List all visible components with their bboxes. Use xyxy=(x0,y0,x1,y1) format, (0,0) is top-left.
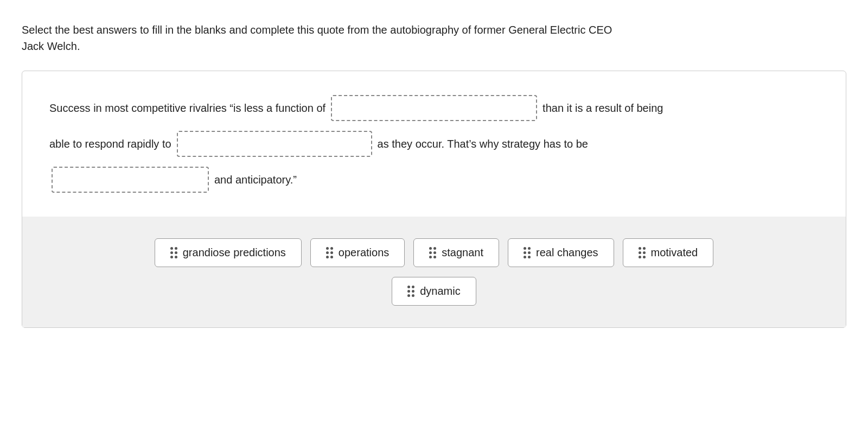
quote-line-1: Success in most competitive rivalries “i… xyxy=(49,93,819,123)
drag-icon xyxy=(407,286,414,297)
answer-label-grandiose-predictions: grandiose predictions xyxy=(183,246,286,259)
drag-icon xyxy=(326,247,333,258)
main-card: Success in most competitive rivalries “i… xyxy=(22,71,846,328)
quote-area: Success in most competitive rivalries “i… xyxy=(22,71,846,217)
answer-tile-motivated[interactable]: motivated xyxy=(623,238,714,267)
answer-label-stagnant: stagnant xyxy=(442,246,483,259)
quote-line-3: and anticipatory.” xyxy=(49,164,819,195)
blank-2[interactable] xyxy=(177,131,372,157)
answer-label-dynamic: dynamic xyxy=(420,285,460,298)
quote-segment-1: Success in most competitive rivalries “i… xyxy=(49,93,326,123)
answer-tile-operations[interactable]: operations xyxy=(310,238,405,267)
blank-1[interactable] xyxy=(331,95,537,121)
quote-line-2: able to respond rapidly to as they occur… xyxy=(49,129,819,159)
quote-segment-3: able to respond rapidly to xyxy=(49,129,171,159)
answers-area: grandiose predictionsoperationsstagnantr… xyxy=(22,217,846,327)
drag-icon xyxy=(170,247,177,258)
answers-row-1: grandiose predictionsoperationsstagnantr… xyxy=(155,238,714,267)
blank-3[interactable] xyxy=(52,167,209,193)
quote-segment-4: as they occur. That’s why strategy has t… xyxy=(378,129,588,159)
drag-icon xyxy=(639,247,646,258)
answer-label-motivated: motivated xyxy=(651,246,698,259)
drag-icon xyxy=(429,247,436,258)
answer-label-real-changes: real changes xyxy=(536,246,598,259)
answers-row-2: dynamic xyxy=(392,277,476,306)
answer-label-operations: operations xyxy=(339,246,389,259)
drag-icon xyxy=(524,247,531,258)
answer-tile-stagnant[interactable]: stagnant xyxy=(413,238,499,267)
quote-segment-2: than it is a result of being xyxy=(542,93,663,123)
quote-segment-5: and anticipatory.” xyxy=(214,164,297,195)
answer-tile-real-changes[interactable]: real changes xyxy=(508,238,614,267)
answer-tile-grandiose-predictions[interactable]: grandiose predictions xyxy=(155,238,302,267)
instructions: Select the best answers to fill in the b… xyxy=(22,22,846,54)
answer-tile-dynamic[interactable]: dynamic xyxy=(392,277,476,306)
